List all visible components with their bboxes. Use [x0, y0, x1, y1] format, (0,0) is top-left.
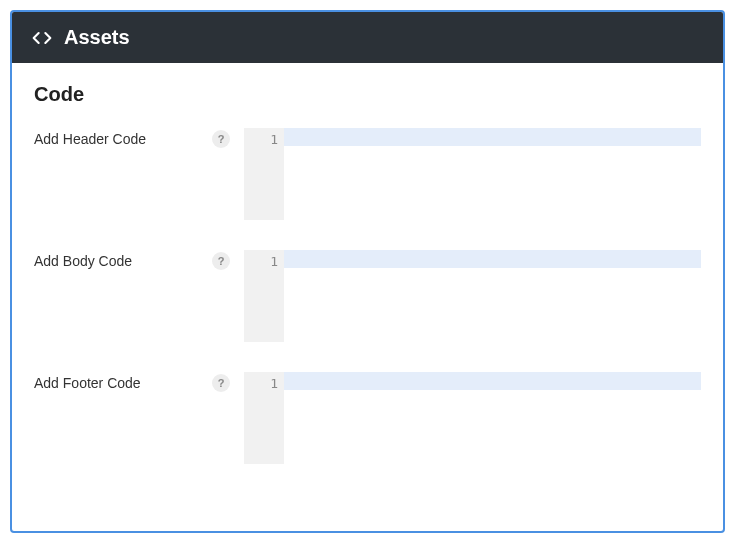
- header-code-input[interactable]: [284, 128, 701, 220]
- body-code-editor[interactable]: 1: [244, 250, 701, 342]
- field-label-wrap: Add Body Code ?: [34, 250, 244, 270]
- footer-code-label: Add Footer Code: [34, 375, 141, 391]
- code-area[interactable]: [284, 128, 701, 220]
- code-area[interactable]: [284, 250, 701, 342]
- field-label-wrap: Add Header Code ?: [34, 128, 244, 148]
- help-icon[interactable]: ?: [212, 374, 230, 392]
- code-icon: [32, 28, 52, 48]
- line-number: 1: [244, 254, 278, 269]
- field-row-footer: Add Footer Code ? 1: [34, 372, 701, 464]
- line-number: 1: [244, 376, 278, 391]
- gutter: 1: [244, 128, 284, 220]
- help-icon[interactable]: ?: [212, 130, 230, 148]
- body-code-label: Add Body Code: [34, 253, 132, 269]
- gutter: 1: [244, 372, 284, 464]
- field-row-header: Add Header Code ? 1: [34, 128, 701, 220]
- header-code-editor[interactable]: 1: [244, 128, 701, 220]
- gutter: 1: [244, 250, 284, 342]
- section-title: Code: [34, 83, 701, 106]
- panel-title: Assets: [64, 26, 130, 49]
- body-code-input[interactable]: [284, 250, 701, 342]
- panel-header: Assets: [12, 12, 723, 63]
- assets-panel: Assets Code Add Header Code ? 1 Add: [10, 10, 725, 533]
- footer-code-input[interactable]: [284, 372, 701, 464]
- help-icon[interactable]: ?: [212, 252, 230, 270]
- code-area[interactable]: [284, 372, 701, 464]
- header-code-label: Add Header Code: [34, 131, 146, 147]
- footer-code-editor[interactable]: 1: [244, 372, 701, 464]
- field-row-body: Add Body Code ? 1: [34, 250, 701, 342]
- line-number: 1: [244, 132, 278, 147]
- field-label-wrap: Add Footer Code ?: [34, 372, 244, 392]
- panel-body: Code Add Header Code ? 1 Add Body Code: [12, 63, 723, 531]
